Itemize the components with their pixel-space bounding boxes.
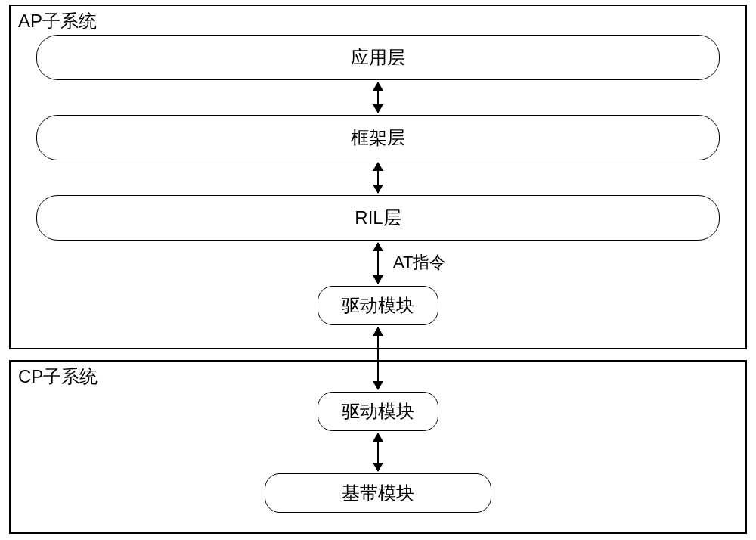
diagram-canvas: AP子系统 应用层 框架层 RIL层 驱动模块 CP子系统 驱动模块 基带模块 … [0, 0, 756, 540]
ap-driver-module: 驱动模块 [318, 286, 438, 325]
ril-layer-text: RIL层 [355, 206, 401, 230]
arrow-framework-ril [377, 163, 379, 193]
ap-subsystem-label: AP子系统 [18, 9, 97, 33]
ap-driver-text: 驱动模块 [342, 293, 414, 318]
cp-driver-module: 驱动模块 [318, 392, 438, 431]
arrow-app-framework [377, 82, 379, 113]
framework-layer: 框架层 [36, 115, 720, 160]
baseband-text: 基带模块 [342, 481, 414, 505]
cp-driver-text: 驱动模块 [342, 399, 414, 424]
ril-layer: RIL层 [36, 195, 720, 241]
arrow-ap-cp-driver [377, 327, 379, 389]
cp-subsystem-label: CP子系统 [18, 365, 98, 389]
app-layer-text: 应用层 [351, 45, 405, 70]
app-layer: 应用层 [36, 35, 720, 80]
at-command-label: AT指令 [393, 251, 446, 274]
baseband-module: 基带模块 [265, 473, 491, 513]
arrow-driver-baseband [377, 433, 379, 471]
arrow-ril-driver [377, 243, 379, 284]
framework-layer-text: 框架层 [351, 126, 405, 150]
